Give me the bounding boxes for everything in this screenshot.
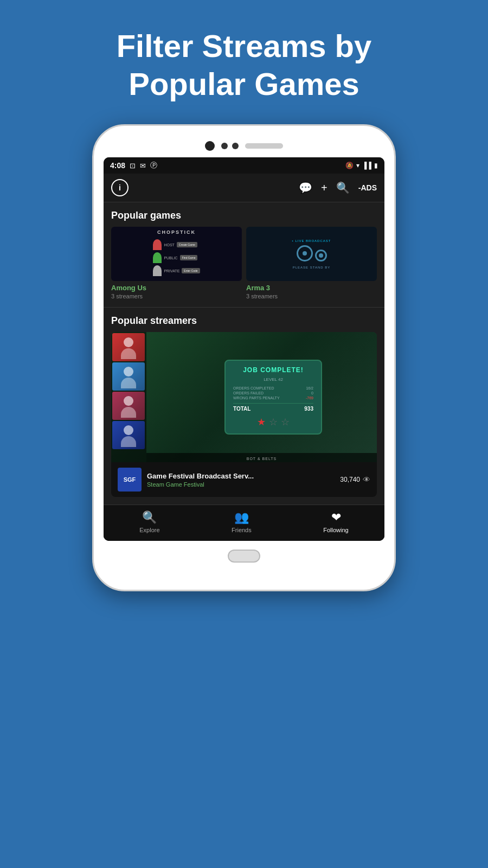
star-1: ★	[257, 416, 266, 428]
phone-top-bar	[104, 137, 384, 157]
phone-dot	[221, 143, 228, 149]
status-left: 4:08 ⊡ ✉ Ⓟ	[110, 161, 157, 170]
gear-1	[297, 245, 313, 261]
bell-muted-icon: 🔕	[345, 162, 354, 169]
jc-total-val: 933	[304, 406, 313, 412]
popular-streamers-section: Popular streamers	[104, 308, 384, 497]
jc-row3-label: WRONG PARTS PENALTY	[233, 396, 280, 400]
status-time: 4:08	[110, 161, 125, 170]
among-us-thumbnail: CHOPSTICK HOST Create Game PUBLIC	[111, 227, 242, 281]
content-area: Popular games CHOPSTICK HOST Cre	[104, 202, 384, 541]
battery-icon: ▮	[374, 162, 378, 169]
stream-title: Game Festival Broadcast Serv...	[147, 472, 335, 480]
ads-button[interactable]: -ADS	[358, 183, 377, 192]
app-bar-right: 💬 + 🔍 -ADS	[299, 181, 377, 194]
job-complete-popup: JOB COMPLETE! LEVEL 42 ORDERS COMPLETED …	[224, 360, 322, 435]
jc-stars: ★ ☆ ☆	[233, 416, 313, 428]
phone-body: 4:08 ⊡ ✉ Ⓟ 🔕 ▾ ▐▐ ▮ i	[92, 124, 396, 591]
stream-details: Game Festival Broadcast Serv... Steam Ga…	[147, 472, 335, 488]
stream-viewers: 30,740 👁	[340, 475, 370, 484]
explore-label: Explore	[139, 527, 159, 533]
au-avatar-1	[153, 239, 162, 250]
star-3: ☆	[281, 416, 290, 428]
jc-total-row: TOTAL 933	[233, 403, 313, 412]
jc-row-2: ORDERS FAILED 0	[233, 391, 313, 395]
eye-icon: 👁	[363, 475, 370, 484]
bottom-navigation: 🔍 Explore 👥 Friends ❤ Following	[104, 505, 384, 541]
au-avatar-2	[153, 252, 162, 263]
streamer-avatar-3	[112, 392, 145, 420]
streamer-avatar-4	[112, 421, 145, 449]
following-icon: ❤	[331, 510, 341, 525]
jc-row1-val: 16/2	[306, 386, 313, 390]
phone-screen: 4:08 ⊡ ✉ Ⓟ 🔕 ▾ ▐▐ ▮ i	[104, 157, 384, 541]
headline-line1: Filter Streams by	[117, 28, 372, 63]
signal-icon: ▐▐	[362, 162, 371, 169]
streamer-avatar-2	[112, 362, 145, 391]
status-icon-mail: ✉	[140, 162, 146, 170]
au-avatar-3	[153, 265, 162, 276]
jc-level: LEVEL 42	[233, 377, 313, 382]
game-label: BOT & BELTS	[151, 457, 373, 461]
chat-icon[interactable]: 💬	[299, 181, 312, 194]
stream-logo: SGF	[118, 468, 142, 492]
info-button[interactable]: i	[111, 179, 129, 196]
headline-line2: Popular Games	[129, 66, 359, 101]
popular-games-section: Popular games CHOPSTICK HOST Cre	[104, 202, 384, 307]
arma3-standby: PLEASE STAND BY	[293, 266, 331, 269]
app-bar: i 💬 + 🔍 -ADS	[104, 174, 384, 202]
jc-row2-label: ORDERS FAILED	[233, 391, 264, 395]
popular-streamers-title: Popular streamers	[104, 308, 384, 332]
phone-dot-2	[232, 143, 239, 149]
popular-games-title: Popular games	[104, 202, 384, 227]
jc-row2-val: 0	[311, 391, 313, 395]
phone-home-button[interactable]	[228, 550, 260, 563]
arma3-gears	[297, 245, 327, 261]
stream-channel: Steam Game Festival	[147, 481, 335, 488]
status-right: 🔕 ▾ ▐▐ ▮	[345, 162, 378, 169]
status-icon-sd: ⊡	[130, 162, 136, 170]
phone-speaker	[245, 143, 283, 149]
gear-2	[315, 250, 327, 261]
games-grid: CHOPSTICK HOST Create Game PUBLIC	[104, 227, 384, 307]
phone-bottom	[104, 541, 384, 568]
nav-friends[interactable]: 👥 Friends	[232, 510, 252, 533]
game-label-bar: BOT & BELTS	[146, 453, 377, 462]
nav-explore[interactable]: 🔍 Explore	[139, 510, 159, 533]
jc-row1-label: ORDERS COMPLETED	[233, 386, 274, 390]
status-bar: 4:08 ⊡ ✉ Ⓟ 🔕 ▾ ▐▐ ▮	[104, 157, 384, 174]
stream-info-bar: SGF Game Festival Broadcast Serv... Stea…	[111, 462, 377, 497]
game-card-among-us[interactable]: CHOPSTICK HOST Create Game PUBLIC	[111, 227, 242, 299]
jc-row3-val: -769	[306, 396, 313, 400]
search-icon[interactable]: 🔍	[336, 181, 350, 194]
among-us-streamers: 3 streamers	[111, 293, 242, 299]
streamer-avatar-1	[112, 333, 145, 361]
wifi-icon: ▾	[356, 162, 359, 169]
streamer-list	[111, 332, 146, 462]
streamer-video: JOB COMPLETE! LEVEL 42 ORDERS COMPLETED …	[111, 332, 377, 462]
jc-row-3: WRONG PARTS PENALTY -769	[233, 396, 313, 400]
friends-icon: 👥	[234, 510, 249, 525]
star-2: ☆	[269, 416, 278, 428]
info-icon: i	[119, 183, 121, 192]
status-icon-p: Ⓟ	[150, 161, 157, 170]
phone-camera	[205, 141, 215, 151]
phone-device: 4:08 ⊡ ✉ Ⓟ 🔕 ▾ ▐▐ ▮ i	[0, 124, 488, 591]
add-button[interactable]: +	[321, 182, 328, 194]
stream-viewer-count: 30,740	[340, 476, 360, 483]
streamer-card[interactable]: JOB COMPLETE! LEVEL 42 ORDERS COMPLETED …	[111, 332, 377, 497]
nav-following[interactable]: ❤ Following	[323, 510, 348, 533]
jc-title: JOB COMPLETE!	[233, 366, 313, 374]
arma3-title: Arma 3	[246, 284, 377, 292]
game-card-arma3[interactable]: • LIVE BROADCAST PLEASE STAND BY Arma 3 …	[246, 227, 377, 299]
among-us-title: Among Us	[111, 284, 242, 292]
friends-label: Friends	[232, 527, 252, 533]
page-header: Filter Streams by Popular Games	[0, 0, 488, 119]
app-bar-left: i	[111, 179, 129, 196]
jc-total-label: TOTAL	[233, 406, 251, 412]
arma3-thumbnail: • LIVE BROADCAST PLEASE STAND BY	[246, 227, 377, 281]
arma3-streamers: 3 streamers	[246, 293, 377, 299]
arma3-badge: • LIVE BROADCAST	[292, 239, 331, 242]
following-label: Following	[323, 527, 348, 533]
explore-icon: 🔍	[142, 510, 157, 525]
